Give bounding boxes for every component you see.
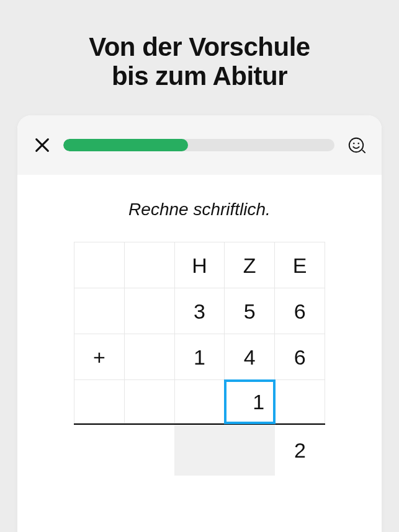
progress-fill <box>63 139 188 151</box>
marketing-headline: Von der Vorschule bis zum Abitur <box>0 0 399 115</box>
cell-h4: E <box>275 242 325 288</box>
carry-row: 1 <box>74 380 325 423</box>
result-0[interactable] <box>74 425 124 476</box>
result-4[interactable]: 2 <box>275 425 325 476</box>
cell-h1 <box>124 242 174 288</box>
addend1-row: 3 5 6 <box>74 288 325 334</box>
cell-a12: 3 <box>174 288 225 334</box>
result-1[interactable] <box>124 425 174 476</box>
headline-line1: Von der Vorschule <box>89 32 310 61</box>
carry-0[interactable] <box>74 380 125 423</box>
cell-h2: H <box>174 242 225 288</box>
result-row: 2 <box>74 425 325 476</box>
addend2-row: + 1 4 6 <box>74 334 325 380</box>
exercise-content: Rechne schriftlich. H Z E 3 5 6 + 1 4 <box>17 175 382 476</box>
svg-point-4 <box>358 143 359 144</box>
carry-1[interactable] <box>124 380 174 423</box>
cell-a21 <box>124 334 174 380</box>
carry-2[interactable] <box>174 380 225 423</box>
close-icon[interactable] <box>34 136 51 154</box>
carry-4[interactable] <box>275 380 325 423</box>
cell-a13: 5 <box>225 288 275 334</box>
cell-a10 <box>74 288 125 334</box>
cell-a22: 1 <box>174 334 225 380</box>
svg-point-3 <box>353 143 354 144</box>
cell-a23: 4 <box>225 334 275 380</box>
longhand-addition-grid: H Z E 3 5 6 + 1 4 6 1 <box>74 242 325 423</box>
carry-3[interactable]: 1 <box>225 380 275 423</box>
cell-a14: 6 <box>275 288 325 334</box>
cell-a11 <box>124 288 174 334</box>
cell-a24: 6 <box>275 334 325 380</box>
result-2[interactable] <box>174 425 225 476</box>
exercise-card: Rechne schriftlich. H Z E 3 5 6 + 1 4 <box>17 115 382 532</box>
cell-h0 <box>74 242 125 288</box>
svg-point-2 <box>349 138 364 153</box>
header-row: H Z E <box>74 242 325 288</box>
feedback-smile-icon[interactable] <box>347 136 365 154</box>
exercise-topbar <box>17 115 382 175</box>
operator-cell: + <box>74 334 125 380</box>
exercise-prompt: Rechne schriftlich. <box>36 200 363 219</box>
progress-bar <box>63 139 334 151</box>
result-grid: 2 <box>74 425 325 476</box>
headline-line2: bis zum Abitur <box>112 61 287 91</box>
cell-h3: Z <box>225 242 275 288</box>
result-3[interactable] <box>225 425 275 476</box>
